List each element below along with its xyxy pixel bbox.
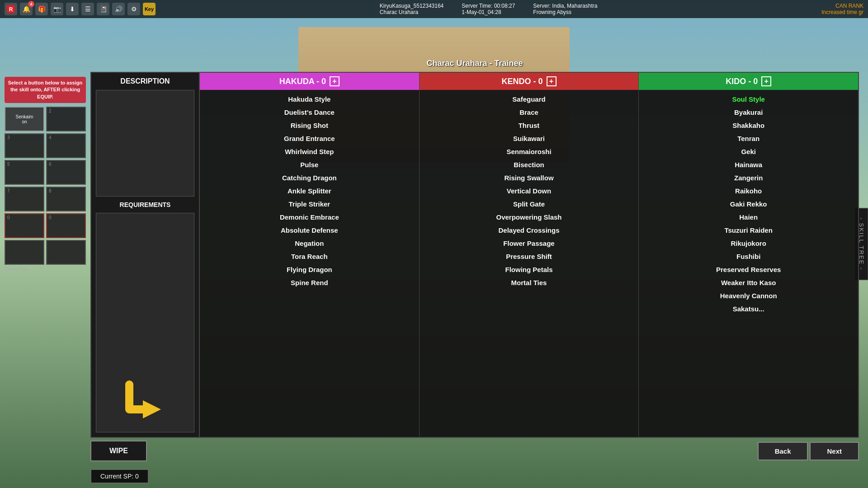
skill-item-hakuda-9[interactable]: Demonic Embrace (200, 211, 419, 224)
skill-item-hakuda-12[interactable]: Tora Reach (200, 250, 419, 263)
notification-badge: 4 (28, 1, 34, 7)
slot-4-num: 4 (49, 135, 52, 140)
skill-item-kido-8[interactable]: Gaki Rekko (639, 197, 858, 211)
skill-item-kendo-5[interactable]: Bisection (420, 158, 639, 171)
skill-item-kido-1[interactable]: Byakurai (639, 106, 858, 119)
roblox-icon[interactable]: R (5, 3, 17, 15)
server-location: Server: India, Maharashtra (533, 3, 597, 9)
skill-item-kido-2[interactable]: Shakkaho (639, 119, 858, 132)
skill-item-hakuda-0[interactable]: Hakuda Style (200, 93, 419, 106)
skill-item-kendo-10[interactable]: Delayed Crossings (420, 224, 639, 237)
server-date: 1-May-01_04:28 (462, 9, 515, 15)
skill-slot-7[interactable]: 7 (5, 187, 44, 211)
back-button[interactable]: Back (758, 442, 808, 460)
sound-icon[interactable]: 🔊 (112, 3, 125, 15)
skill-item-kido-5[interactable]: Hainawa (639, 158, 858, 171)
skill-item-kendo-3[interactable]: Suikawari (420, 132, 639, 145)
kendo-add-button[interactable]: + (547, 76, 557, 86)
req-title: REQUIREMENTS (96, 201, 194, 208)
skill-item-kido-11[interactable]: Rikujokoro (639, 237, 858, 250)
skill-item-hakuda-1[interactable]: Duelist's Dance (200, 106, 419, 119)
kido-skill-list: Soul StyleByakuraiShakkahoTenranGekiHain… (639, 90, 858, 437)
skill-slot-4[interactable]: 4 (46, 133, 86, 158)
hakuda-add-button[interactable]: + (330, 76, 340, 86)
desc-panel: DESCRIPTION REQUIREMENTS (91, 73, 200, 437)
skill-slot-9[interactable]: 0 (5, 213, 44, 238)
download-icon[interactable]: ⬇ (66, 3, 79, 15)
skill-slot-8[interactable]: 8 (46, 187, 86, 211)
arrow-down-svg (123, 375, 168, 425)
skill-slot-12[interactable] (46, 240, 86, 265)
skill-item-kendo-14[interactable]: Mortal Ties (420, 276, 639, 289)
skill-item-hakuda-2[interactable]: Rising Shot (200, 119, 419, 132)
wipe-button[interactable]: WIPE (90, 441, 147, 461)
skill-item-hakuda-5[interactable]: Pulse (200, 158, 419, 171)
key-icon[interactable]: Key (143, 3, 156, 15)
skill-slot-6[interactable]: 6 (46, 160, 86, 185)
skill-item-kido-14[interactable]: Weaker Itto Kaso (639, 276, 858, 289)
skill-item-hakuda-4[interactable]: Whirlwind Step (200, 145, 419, 158)
skill-item-kido-16[interactable]: Sakatsu... (639, 302, 858, 315)
skill-slot-5[interactable]: 5 (5, 160, 44, 185)
left-panel: Select a button below to assign the skil… (5, 77, 86, 272)
slot-5-num: 5 (7, 162, 10, 167)
skill-item-hakuda-11[interactable]: Negation (200, 237, 419, 250)
skill-item-kendo-0[interactable]: Safeguard (420, 93, 639, 106)
slot-9-num: 0 (7, 215, 10, 220)
skill-column-kido: KIDO - 0+Soul StyleByakuraiShakkahoTenra… (639, 73, 858, 437)
skill-item-kido-0[interactable]: Soul Style (639, 93, 858, 106)
skill-item-kendo-9[interactable]: Overpowering Slash (420, 211, 639, 224)
skill-item-kido-15[interactable]: Heavenly Cannon (639, 289, 858, 302)
slot-3-num: 3 (7, 135, 10, 140)
notification-icon[interactable]: 🔔 4 (20, 3, 33, 15)
skill-item-kendo-12[interactable]: Pressure Shift (420, 250, 639, 263)
skills-area: HAKUDA - 0+Hakuda StyleDuelist's DanceRi… (200, 73, 858, 437)
skill-item-kendo-1[interactable]: Brace (420, 106, 639, 119)
kendo-skill-list: SafeguardBraceThrustSuikawariSenmaiorosh… (420, 90, 639, 437)
skill-item-kido-7[interactable]: Raikoho (639, 184, 858, 197)
server-location-info: Server: India, Maharashtra Frowning Abys… (533, 3, 597, 15)
skill-item-kido-10[interactable]: Tsuzuri Raiden (639, 224, 858, 237)
hakuda-header-label: HAKUDA - 0 (279, 77, 326, 86)
skill-item-kido-6[interactable]: Zangerin (639, 171, 858, 184)
skill-item-kendo-7[interactable]: Vertical Down (420, 184, 639, 197)
content-area: DESCRIPTION REQUIREMENTS HAKUDA - 0+Haku… (90, 72, 859, 438)
skill-item-hakuda-14[interactable]: Spine Rend (200, 276, 419, 289)
skill-item-hakuda-8[interactable]: Triple Striker (200, 197, 419, 211)
skill-item-kido-3[interactable]: Tenran (639, 132, 858, 145)
next-button[interactable]: Next (810, 442, 859, 460)
skill-column-kendo: KENDO - 0+SafeguardBraceThrustSuikawariS… (420, 73, 639, 437)
skill-item-hakuda-7[interactable]: Ankle Splitter (200, 184, 419, 197)
slot-2-num: 2 (49, 108, 52, 113)
slot-10-num: 0 (49, 215, 52, 220)
skill-item-kido-13[interactable]: Preserved Reserves (639, 263, 858, 276)
sp-bar: Current SP: 0 (90, 469, 149, 483)
gift-icon[interactable]: 🎁 (35, 3, 48, 15)
skill-item-kido-12[interactable]: Fushibi (639, 250, 858, 263)
skill-item-kendo-2[interactable]: Thrust (420, 119, 639, 132)
kido-add-button[interactable]: + (761, 76, 771, 86)
skill-item-kendo-6[interactable]: Rising Swallow (420, 171, 639, 184)
skill-item-kido-4[interactable]: Geki (639, 145, 858, 158)
settings-icon[interactable]: ⚙ (127, 3, 140, 15)
skill-item-kendo-8[interactable]: Split Gate (420, 197, 639, 211)
skill-slot-11[interactable] (5, 240, 44, 265)
skill-slot-3[interactable]: 3 (5, 133, 44, 158)
skill-slot-10[interactable]: 0 (46, 213, 86, 238)
skill-item-hakuda-13[interactable]: Flying Dragon (200, 263, 419, 276)
skill-item-kendo-11[interactable]: Flower Passage (420, 237, 639, 250)
topbar-center-info: KiryuKasuga_5512343164 Charac Urahara Se… (380, 3, 598, 15)
skill-item-kendo-13[interactable]: Flowing Petals (420, 263, 639, 276)
skill-item-kido-9[interactable]: Haien (639, 211, 858, 224)
skill-item-hakuda-10[interactable]: Absolute Defense (200, 224, 419, 237)
camera-icon[interactable]: 📷 (51, 3, 63, 15)
book-icon[interactable]: 📓 (97, 3, 109, 15)
skill-item-hakuda-6[interactable]: Catching Dragon (200, 171, 419, 184)
list-icon[interactable]: ☰ (81, 3, 94, 15)
hakuda-skill-list: Hakuda StyleDuelist's DanceRising ShotGr… (200, 90, 419, 437)
skill-slot-2[interactable]: 2 (46, 107, 86, 131)
skill-item-kendo-4[interactable]: Senmaioroshi (420, 145, 639, 158)
hakuda-header: HAKUDA - 0+ (200, 73, 419, 90)
skill-slot-1[interactable]: Senkaimon (5, 107, 44, 131)
skill-item-hakuda-3[interactable]: Grand Entrance (200, 132, 419, 145)
